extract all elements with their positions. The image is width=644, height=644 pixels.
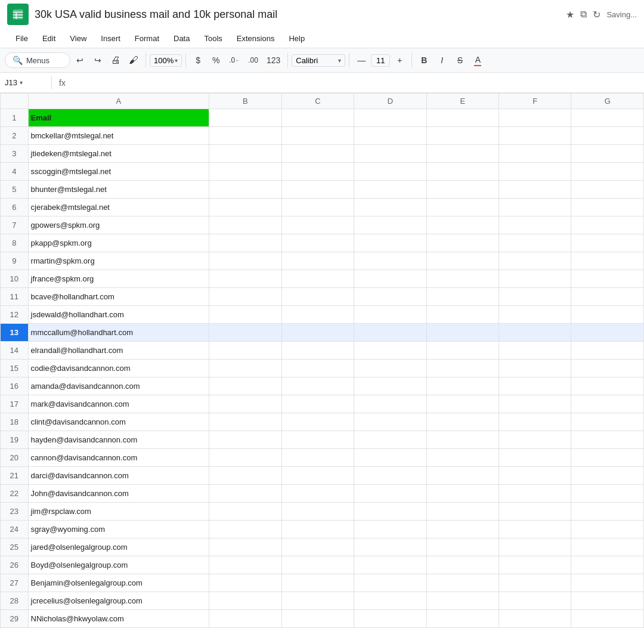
cell-27-d[interactable]	[354, 574, 426, 592]
cell-28-a[interactable]: jcrecelius@olsenlegalgroup.com	[28, 592, 209, 610]
cell-25-f[interactable]	[499, 538, 571, 556]
cell-14-g[interactable]	[571, 342, 644, 360]
cell-27-a[interactable]: Benjamin@olsenlegalgroup.com	[28, 574, 209, 592]
cell-23-g[interactable]	[571, 503, 644, 521]
cell-18-c[interactable]	[281, 413, 354, 431]
cell-2-d[interactable]	[354, 127, 426, 145]
cell-24-b[interactable]	[209, 521, 281, 538]
cell-1-g[interactable]	[571, 109, 644, 127]
cell-12-g[interactable]	[571, 306, 644, 324]
col-header-g[interactable]: G	[571, 94, 644, 109]
cell-13-g[interactable]	[571, 324, 644, 342]
cell-11-e[interactable]	[426, 288, 499, 306]
cell-7-d[interactable]	[354, 216, 426, 234]
cell-25-c[interactable]	[281, 538, 354, 556]
cell-2-g[interactable]	[571, 127, 644, 145]
dollar-button[interactable]: $	[190, 52, 206, 69]
cell-20-c[interactable]	[281, 449, 354, 467]
row-header-2[interactable]: 2	[1, 127, 29, 145]
cell-28-f[interactable]	[499, 592, 571, 610]
cell-8-d[interactable]	[354, 234, 426, 252]
cell-6-b[interactable]	[209, 199, 281, 216]
row-header-15[interactable]: 15	[1, 360, 29, 377]
row-header-14[interactable]: 14	[1, 342, 29, 360]
cell-12-a[interactable]: jsdewald@hollandhart.com	[28, 306, 209, 324]
row-header-28[interactable]: 28	[1, 592, 29, 610]
cell-2-a[interactable]: bmckellar@mtslegal.net	[28, 127, 209, 145]
cell-6-c[interactable]	[281, 199, 354, 216]
sync-icon[interactable]: ↻	[593, 9, 600, 20]
cell-2-f[interactable]	[499, 127, 571, 145]
cell-20-b[interactable]	[209, 449, 281, 467]
cell-21-g[interactable]	[571, 467, 644, 485]
cell-29-b[interactable]	[209, 610, 281, 628]
cell-12-f[interactable]	[499, 306, 571, 324]
cell-18-d[interactable]	[354, 413, 426, 431]
cell-28-e[interactable]	[426, 592, 499, 610]
cell-10-d[interactable]	[354, 270, 426, 288]
cell-19-g[interactable]	[571, 431, 644, 449]
cell-23-f[interactable]	[499, 503, 571, 521]
redo-button[interactable]: ↪	[89, 52, 106, 69]
menu-view[interactable]: View	[64, 32, 92, 45]
cell-24-g[interactable]	[571, 521, 644, 538]
menu-edit[interactable]: Edit	[36, 32, 61, 45]
undo-button[interactable]: ↩	[72, 52, 88, 69]
cell-18-f[interactable]	[499, 413, 571, 431]
cell-26-a[interactable]: Boyd@olsenlegalgroup.com	[28, 556, 209, 574]
cell-22-f[interactable]	[499, 485, 571, 503]
row-header-19[interactable]: 19	[1, 431, 29, 449]
font-size-plus-button[interactable]: +	[391, 52, 408, 69]
cell-16-f[interactable]	[499, 377, 571, 395]
cell-14-e[interactable]	[426, 342, 499, 360]
cell-18-e[interactable]	[426, 413, 499, 431]
italic-button[interactable]: I	[434, 52, 450, 69]
menu-tools[interactable]: Tools	[198, 32, 228, 45]
cell-1-c[interactable]	[281, 109, 354, 127]
cell-5-a[interactable]: bhunter@mtslegal.net	[28, 181, 209, 199]
cell-22-e[interactable]	[426, 485, 499, 503]
cell-8-c[interactable]	[281, 234, 354, 252]
cell-12-b[interactable]	[209, 306, 281, 324]
cell-29-f[interactable]	[499, 610, 571, 628]
cell-16-g[interactable]	[571, 377, 644, 395]
cell-11-g[interactable]	[571, 288, 644, 306]
dec-incr-button[interactable]: .00	[244, 52, 262, 69]
cell-7-b[interactable]	[209, 216, 281, 234]
cell-3-d[interactable]	[354, 145, 426, 163]
cell-26-d[interactable]	[354, 556, 426, 574]
cell-29-d[interactable]	[354, 610, 426, 628]
cell-29-c[interactable]	[281, 610, 354, 628]
font-size-minus-button[interactable]: —	[353, 52, 370, 69]
cell-26-f[interactable]	[499, 556, 571, 574]
cell-4-e[interactable]	[426, 163, 499, 181]
cell-11-d[interactable]	[354, 288, 426, 306]
bold-button[interactable]: B	[416, 52, 432, 69]
cell-21-e[interactable]	[426, 467, 499, 485]
cell-9-b[interactable]	[209, 252, 281, 270]
cell-8-g[interactable]	[571, 234, 644, 252]
cell-18-a[interactable]: clint@davisandcannon.com	[28, 413, 209, 431]
row-header-27[interactable]: 27	[1, 574, 29, 592]
cell-7-a[interactable]: gpowers@spkm.org	[28, 216, 209, 234]
cell-13-f[interactable]	[499, 324, 571, 342]
row-header-21[interactable]: 21	[1, 467, 29, 485]
cell-22-d[interactable]	[354, 485, 426, 503]
cell-11-c[interactable]	[281, 288, 354, 306]
cell-9-f[interactable]	[499, 252, 571, 270]
cell-28-g[interactable]	[571, 592, 644, 610]
cell-6-e[interactable]	[426, 199, 499, 216]
cell-16-e[interactable]	[426, 377, 499, 395]
cell-2-e[interactable]	[426, 127, 499, 145]
row-header-17[interactable]: 17	[1, 395, 29, 413]
cell-15-b[interactable]	[209, 360, 281, 377]
cell-10-e[interactable]	[426, 270, 499, 288]
row-header-5[interactable]: 5	[1, 181, 29, 199]
cell-3-c[interactable]	[281, 145, 354, 163]
row-header-7[interactable]: 7	[1, 216, 29, 234]
col-header-e[interactable]: E	[426, 94, 499, 109]
cell-15-c[interactable]	[281, 360, 354, 377]
paint-format-button[interactable]: 🖌	[125, 52, 142, 69]
zoom-selector[interactable]: 100% ▾	[150, 54, 182, 67]
cell-19-a[interactable]: hayden@davisandcannon.com	[28, 431, 209, 449]
